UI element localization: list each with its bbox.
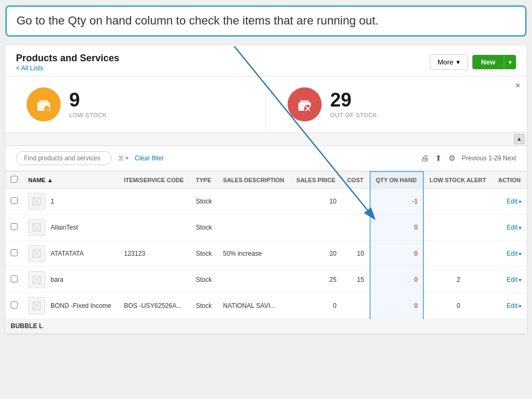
action-dropdown-icon[interactable]: ▾: [519, 225, 521, 231]
product-thumbnail: [28, 297, 45, 314]
search-input[interactable]: [16, 151, 112, 165]
col-sales-desc[interactable]: SALES DESCRIPTION: [218, 172, 291, 189]
app-header: Products and Services All Lists More ▾ N…: [5, 45, 527, 76]
close-banner-button[interactable]: ×: [515, 81, 520, 91]
row-qty-on-hand: 0: [370, 241, 424, 267]
row-name: 1: [23, 189, 119, 215]
table-row: ATATATATA 123123 Stock 50% increase 20 1…: [5, 241, 527, 267]
scroll-up-button[interactable]: ▲: [514, 134, 525, 144]
row-checkbox-cell: [5, 293, 23, 319]
products-table: NAME ▲ ITEM/SERVICE CODE TYPE SALES DESC…: [5, 171, 527, 334]
row-checkbox[interactable]: [11, 275, 18, 282]
low-stock-count: 9: [69, 91, 107, 110]
row-sales-price: 20: [291, 241, 342, 267]
row-checkbox[interactable]: [11, 223, 18, 230]
svg-rect-3: [39, 100, 48, 103]
export-button[interactable]: ⬆: [435, 153, 442, 163]
table-body: 1 Stock 10 -1 Edit ▾: [5, 189, 527, 333]
row-name: BOND -Fixed Income: [23, 293, 119, 319]
low-stock-label: LOW STOCK: [69, 112, 107, 118]
low-stock-info: 9 LOW STOCK: [69, 91, 107, 118]
col-type[interactable]: TYPE: [191, 172, 218, 189]
col-checkbox: [5, 172, 23, 189]
row-cost: [342, 215, 370, 241]
table-row: BOND -Fixed Income BOS -USY62526A... Sto…: [5, 293, 527, 319]
row-action: Edit ▾: [493, 189, 527, 215]
col-sales-price[interactable]: SALES PRICE: [291, 172, 342, 189]
action-dropdown-icon[interactable]: ▾: [519, 199, 521, 205]
row-item-code: 123123: [119, 241, 191, 267]
row-type: Stock: [191, 189, 218, 215]
out-of-stock-info: 29 OUT OF STOCK: [330, 91, 377, 118]
col-qty-on-hand[interactable]: QTY ON HAND: [370, 172, 424, 189]
col-name[interactable]: NAME ▲: [23, 172, 119, 189]
action-dropdown-icon[interactable]: ▾: [519, 277, 521, 283]
out-of-stock-label: OUT OF STOCK: [330, 112, 377, 118]
edit-button[interactable]: Edit: [506, 198, 518, 205]
row-name: bara: [23, 267, 119, 293]
header-left: Products and Services All Lists: [16, 53, 119, 72]
row-checkbox[interactable]: [11, 249, 18, 256]
row-qty-on-hand: 0: [370, 215, 424, 241]
row-qty-on-hand: -1: [370, 189, 424, 215]
row-type: Stock: [191, 215, 218, 241]
row-type: Stock: [191, 267, 218, 293]
edit-button[interactable]: Edit: [506, 276, 518, 283]
edit-button[interactable]: Edit: [506, 250, 518, 257]
row-cost: [342, 293, 370, 319]
row-action: Edit ▾: [493, 241, 527, 267]
clear-filter-button[interactable]: Clear filter: [135, 154, 164, 162]
low-stock-icon: ↓: [27, 87, 61, 121]
page-title: Products and Services: [16, 53, 119, 64]
more-button[interactable]: More ▾: [430, 54, 469, 70]
select-all-checkbox[interactable]: [11, 176, 18, 183]
print-button[interactable]: 🖨: [421, 153, 429, 162]
action-dropdown-icon[interactable]: ▾: [519, 251, 521, 257]
row-name: ATATATATA: [23, 241, 119, 267]
row-item-code: [119, 267, 191, 293]
row-type: Stock: [191, 293, 218, 319]
col-action: ACTION: [493, 172, 527, 189]
col-low-stock-alert[interactable]: LOW STOCK ALERT: [423, 172, 493, 189]
row-action: Edit ▾: [493, 293, 527, 319]
chevron-down-icon: ▾: [456, 58, 460, 66]
row-item-code: BOS -USY62526A...: [119, 293, 191, 319]
product-thumbnail: [28, 219, 45, 236]
row-cost: [342, 189, 370, 215]
all-lists-link[interactable]: All Lists: [16, 64, 43, 72]
row-sales-desc: [218, 189, 291, 215]
row-action: Edit ▾: [493, 267, 527, 293]
new-button[interactable]: New: [472, 55, 504, 69]
row-checkbox[interactable]: [11, 302, 18, 308]
out-of-stock-count: 29: [330, 91, 377, 110]
svg-text:↓: ↓: [46, 107, 48, 112]
row-sales-price: 10: [291, 189, 342, 215]
row-low-stock-alert: [423, 189, 493, 215]
row-qty-on-hand: 0: [370, 267, 424, 293]
edit-button[interactable]: Edit: [506, 224, 518, 231]
row-qty-on-hand: 0: [370, 293, 424, 319]
row-sales-price: [291, 215, 342, 241]
col-cost[interactable]: COST: [342, 172, 370, 189]
out-of-stock-card[interactable]: 29 OUT OF STOCK: [266, 77, 527, 132]
row-checkbox-cell: [5, 241, 23, 267]
new-button-group: New ▾: [472, 55, 516, 69]
new-dropdown-button[interactable]: ▾: [504, 55, 516, 69]
col-item-code[interactable]: ITEM/SERVICE CODE: [119, 172, 191, 189]
row-sales-price: 0: [291, 293, 342, 319]
low-stock-card[interactable]: ↓ 9 LOW STOCK: [5, 77, 266, 132]
header-right: More ▾ New ▾: [430, 54, 516, 70]
filter-button[interactable]: ⧖ ▾: [118, 153, 128, 162]
settings-button[interactable]: ⚙: [448, 153, 455, 163]
table-row: AllainTest Stock 0 Edit ▾: [5, 215, 527, 241]
action-dropdown-icon[interactable]: ▾: [519, 303, 521, 309]
row-low-stock-alert: [423, 215, 493, 241]
chevron-down-icon-new: ▾: [509, 59, 512, 66]
annotation-box: Go to the Qty on hand column to check th…: [5, 5, 527, 37]
table-row: bara Stock 25 15 0 2 Edit ▾: [5, 267, 527, 293]
edit-button[interactable]: Edit: [506, 302, 518, 310]
row-checkbox[interactable]: [11, 197, 18, 204]
row-cost: 15: [342, 267, 370, 293]
app-container: Products and Services All Lists More ▾ N…: [5, 45, 527, 334]
row-sales-desc: NATIONAL SAVI...: [218, 293, 291, 319]
